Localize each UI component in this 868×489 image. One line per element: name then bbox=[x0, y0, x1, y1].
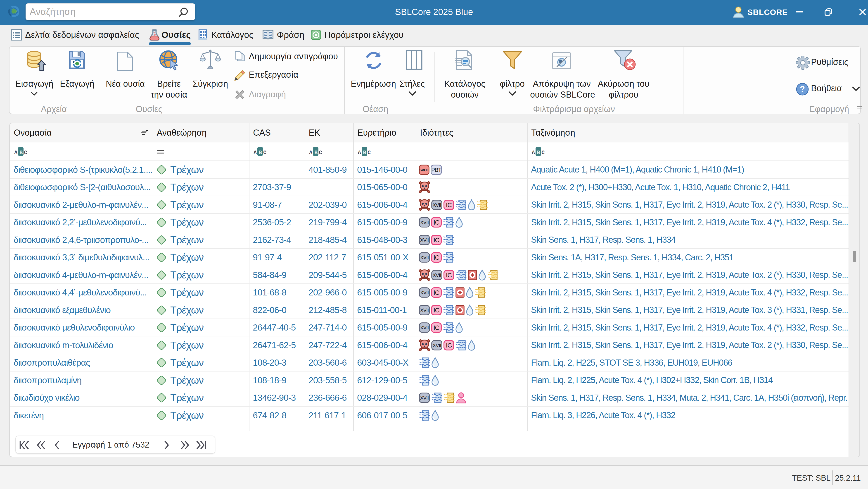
svg-text:C: C bbox=[263, 150, 267, 156]
svg-text:IC: IC bbox=[434, 307, 440, 314]
svg-text:XVII: XVII bbox=[420, 237, 429, 243]
svg-text:XVII: XVII bbox=[420, 308, 429, 313]
svg-text:B: B bbox=[20, 150, 23, 156]
svg-text:IC: IC bbox=[434, 289, 440, 296]
svg-text:A: A bbox=[253, 150, 257, 156]
svg-text:IC: IC bbox=[434, 219, 440, 226]
svg-text:XVII: XVII bbox=[420, 395, 429, 401]
svg-text:XVII: XVII bbox=[433, 272, 441, 278]
svg-text:XVII: XVII bbox=[433, 202, 441, 208]
svg-text:XVII: XVII bbox=[420, 220, 429, 225]
svg-text:IC: IC bbox=[446, 272, 452, 279]
svg-text:B: B bbox=[314, 150, 317, 156]
svg-text:IC: IC bbox=[446, 201, 452, 208]
svg-text:SVHC: SVHC bbox=[419, 168, 429, 172]
svg-text:?: ? bbox=[800, 84, 805, 94]
svg-text:C: C bbox=[24, 150, 27, 156]
svg-text:IC: IC bbox=[434, 237, 440, 243]
svg-text:XVII: XVII bbox=[420, 290, 429, 295]
svg-text:C: C bbox=[541, 150, 545, 156]
svg-text:XVII: XVII bbox=[420, 325, 429, 330]
svg-text:C: C bbox=[368, 150, 371, 156]
svg-text:B: B bbox=[363, 150, 366, 156]
svg-text:A: A bbox=[532, 150, 535, 156]
svg-text:B: B bbox=[259, 150, 262, 156]
svg-text:A: A bbox=[358, 150, 361, 156]
svg-text:XVII: XVII bbox=[420, 255, 429, 260]
svg-text:C: C bbox=[319, 150, 322, 156]
svg-text:B: B bbox=[537, 150, 540, 156]
svg-text:PBT: PBT bbox=[431, 167, 441, 173]
svg-text:IC: IC bbox=[446, 342, 452, 349]
svg-text:A: A bbox=[309, 150, 313, 156]
svg-text:A: A bbox=[14, 150, 18, 156]
svg-text:IC: IC bbox=[434, 254, 440, 261]
svg-text:XVII: XVII bbox=[433, 343, 441, 348]
svg-text:IC: IC bbox=[434, 324, 440, 331]
